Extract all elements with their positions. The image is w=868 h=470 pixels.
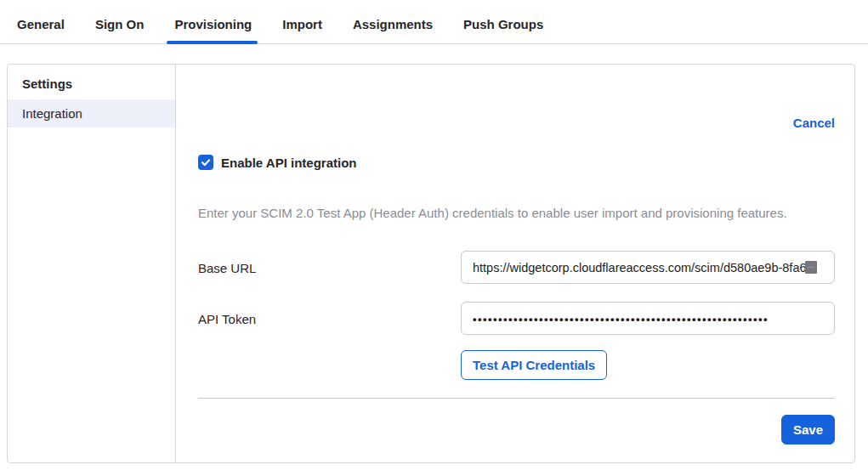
tab-sign-on[interactable]: Sign On <box>95 15 145 43</box>
form-divider <box>198 398 835 399</box>
api-token-label: API Token <box>198 302 461 326</box>
text-overflow-marker: ··· <box>805 261 817 274</box>
test-credentials-row: Test API Credentials <box>461 350 835 380</box>
save-row: Save <box>198 415 835 445</box>
tab-general[interactable]: General <box>17 15 65 43</box>
api-token-row: API Token ••••••••••••••••••••••••••••••… <box>198 302 835 335</box>
base-url-row: Base URL https://widgetcorp.cloudflareac… <box>198 251 835 284</box>
sidebar-item-label: Integration <box>22 106 82 121</box>
sidebar-item-integration[interactable]: Integration <box>8 99 175 127</box>
settings-sidebar: Settings Integration <box>8 65 176 462</box>
enable-api-integration-checkbox[interactable] <box>198 155 213 170</box>
sidebar-heading: Settings <box>8 73 175 99</box>
tab-assignments[interactable]: Assignments <box>353 15 433 43</box>
base-url-input[interactable]: https://widgetcorp.cloudflareaccess.com/… <box>461 251 835 284</box>
integration-settings-form: Cancel Enable API integration Enter your… <box>176 65 855 462</box>
credentials-description: Enter your SCIM 2.0 Test App (Header Aut… <box>198 206 835 220</box>
enable-api-integration-label[interactable]: Enable API integration <box>221 156 356 170</box>
check-icon <box>201 157 211 167</box>
base-url-value: https://widgetcorp.cloudflareaccess.com/… <box>473 261 807 275</box>
app-tab-bar: General Sign On Provisioning Import Assi… <box>0 0 868 44</box>
api-token-value: ••••••••••••••••••••••••••••••••••••••••… <box>473 313 769 326</box>
tab-push-groups[interactable]: Push Groups <box>463 15 543 43</box>
provisioning-panel: Settings Integration Cancel Enable API i… <box>7 64 855 463</box>
base-url-label: Base URL <box>198 251 461 275</box>
tab-provisioning[interactable]: Provisioning <box>174 15 252 43</box>
enable-api-integration-row: Enable API integration <box>198 155 835 170</box>
save-button[interactable]: Save <box>781 415 835 445</box>
api-token-input[interactable]: ••••••••••••••••••••••••••••••••••••••••… <box>461 302 835 335</box>
test-api-credentials-button[interactable]: Test API Credentials <box>461 350 607 380</box>
cancel-button[interactable]: Cancel <box>793 116 835 130</box>
cancel-row: Cancel <box>198 116 835 131</box>
tab-import[interactable]: Import <box>282 15 322 43</box>
